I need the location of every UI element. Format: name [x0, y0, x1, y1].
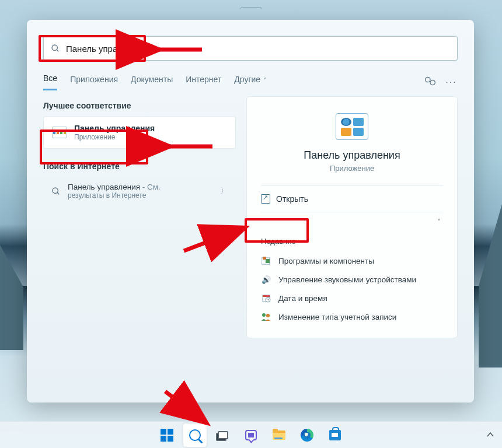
chevron-down-icon[interactable]: ˅	[437, 218, 443, 226]
recent-header: Недавние	[261, 237, 443, 246]
svg-rect-8	[266, 259, 270, 263]
panel-handle	[240, 7, 262, 9]
edge-icon	[301, 429, 313, 442]
svg-point-0	[52, 45, 57, 50]
recent-account-type[interactable]: Изменение типа учетной записи	[247, 307, 457, 326]
search-icon	[189, 429, 201, 441]
tab-documents[interactable]: Документы	[131, 75, 173, 90]
recent-programs-and-components[interactable]: Программы и компоненты	[247, 251, 457, 270]
svg-point-14	[262, 313, 266, 317]
best-match-subtitle: Приложение	[74, 133, 155, 141]
taskbar-taskview-button[interactable]	[211, 424, 235, 447]
tab-apps[interactable]: Приложения	[70, 75, 118, 90]
taskbar-store-button[interactable]	[323, 424, 347, 447]
search-icon	[51, 44, 60, 53]
svg-point-4	[53, 188, 58, 193]
taskbar-chat-button[interactable]	[239, 424, 263, 447]
taskbar-start-button[interactable]	[155, 424, 179, 447]
svg-point-15	[266, 314, 270, 317]
clock-icon	[261, 293, 271, 303]
chevron-right-icon: 〉	[221, 186, 228, 196]
preview-subtitle: Приложение	[247, 164, 457, 173]
search-icon	[51, 187, 61, 196]
results-left-column: Лучшее соответствие Панель управления Пр…	[43, 96, 236, 338]
taskbar	[0, 421, 502, 448]
taskbar-search-button[interactable]	[183, 424, 207, 447]
taskview-icon	[218, 431, 228, 439]
tab-more[interactable]: Другие ˅	[234, 75, 266, 90]
result-preview-panel: Панель управления Приложение Открыть ˅ Н…	[246, 96, 458, 338]
taskbar-explorer-button[interactable]	[267, 424, 291, 447]
taskbar-show-desktop[interactable]	[487, 431, 494, 439]
svg-point-3	[430, 80, 435, 85]
open-external-icon	[261, 194, 270, 204]
chevron-up-icon	[487, 432, 494, 438]
best-match-result[interactable]: Панель управления Приложение	[43, 116, 236, 149]
more-options-icon[interactable]: ···	[445, 77, 458, 88]
best-match-header: Лучшее соответствие	[43, 101, 236, 110]
control-panel-icon	[52, 127, 67, 138]
web-search-result[interactable]: Панель управления - См. результаты в Инт…	[43, 177, 236, 205]
search-bar[interactable]	[43, 36, 458, 61]
web-result-text: Панель управления	[68, 183, 140, 191]
windows-logo-icon	[161, 429, 173, 442]
tab-web[interactable]: Интернет	[186, 75, 221, 90]
control-panel-large-icon	[336, 113, 368, 140]
chevron-down-icon: ˅	[262, 77, 266, 83]
programs-icon	[261, 256, 271, 265]
search-input[interactable]	[66, 44, 450, 54]
file-explorer-icon	[273, 430, 285, 440]
svg-line-1	[57, 50, 58, 51]
svg-point-2	[426, 77, 430, 82]
filter-tabs: Все Приложения Документы Интернет Другие…	[43, 74, 458, 90]
svg-rect-10	[263, 295, 270, 297]
svg-line-5	[57, 192, 59, 194]
open-button[interactable]: Открыть	[261, 194, 308, 204]
recent-date-time[interactable]: Дата и время	[247, 289, 457, 307]
taskbar-edge-button[interactable]	[295, 424, 319, 447]
chat-icon	[245, 430, 257, 440]
web-result-sub: результаты в Интернете	[68, 191, 161, 200]
sound-icon: 🔊	[261, 275, 271, 284]
web-search-header: Поиск в Интернете	[43, 162, 236, 171]
preview-title: Панель управления	[247, 149, 457, 162]
start-search-panel: Все Приложения Документы Интернет Другие…	[27, 20, 474, 402]
tab-all[interactable]: Все	[43, 74, 57, 90]
users-icon	[261, 312, 271, 321]
best-match-title: Панель управления	[74, 124, 155, 133]
store-icon	[329, 430, 341, 440]
search-settings-icon[interactable]	[424, 76, 437, 88]
recent-sound-devices[interactable]: 🔊 Управление звуковыми устройствами	[247, 270, 457, 289]
